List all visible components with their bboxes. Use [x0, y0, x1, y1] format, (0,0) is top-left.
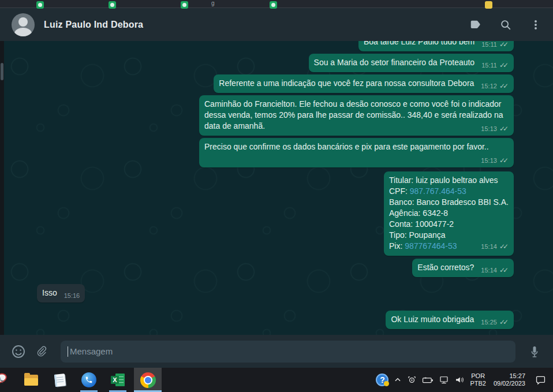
notepad-icon	[54, 374, 66, 387]
input-placeholder: Mensagem	[70, 346, 113, 356]
whatsapp-tab-favicon[interactable]	[109, 1, 116, 9]
read-receipt-icon: ✓✓	[499, 266, 509, 274]
message-bubble[interactable]: Ok Luiz muito obrigada15:25✓✓	[386, 311, 514, 329]
system-tray: ?	[376, 368, 553, 392]
taskbar-notepad[interactable]	[47, 368, 73, 392]
message-bubble[interactable]: Isso15:16	[37, 284, 85, 303]
tray-chevron-up-icon[interactable]	[394, 376, 402, 384]
read-receipt-icon: ✓✓	[499, 318, 509, 326]
read-receipt-icon: ✓✓	[499, 82, 509, 90]
favicon-dot	[271, 3, 275, 7]
taskbar-phone-app[interactable]	[76, 368, 102, 392]
tray-volume-icon[interactable]	[454, 375, 465, 384]
read-receipt-icon: ✓✓	[499, 242, 509, 251]
taskbar-file-explorer[interactable]	[18, 368, 44, 392]
message-input[interactable]: Mensagem	[61, 341, 515, 363]
search-icon[interactable]	[499, 18, 513, 32]
inline-link[interactable]: 987767464-53	[405, 241, 457, 251]
phone-app-icon	[81, 372, 96, 387]
read-receipt-icon: ✓✓	[499, 156, 509, 165]
avatar-person-icon	[18, 17, 28, 27]
browser-tab-strip: g	[0, 0, 553, 8]
message-meta: 15:25✓✓	[481, 319, 509, 326]
message-meta: 15:13✓✓	[481, 157, 509, 165]
read-receipt-icon: ✓✓	[499, 61, 509, 69]
attach-paperclip-icon[interactable]	[33, 343, 50, 360]
mic-icon[interactable]	[526, 343, 543, 360]
message-text: Estão corretos?	[417, 263, 474, 272]
tray-battery-icon[interactable]	[422, 376, 434, 384]
taskbar-excel[interactable]: X	[105, 368, 130, 392]
message-meta: 15:16	[64, 292, 80, 300]
message-bubble[interactable]: Preciso que confirme os dados bancários …	[199, 138, 514, 167]
message-text: Preciso que confirme os dados bancários …	[204, 142, 489, 151]
inline-link[interactable]: 987.767.464-53	[410, 186, 466, 196]
avatar-person-icon	[14, 28, 32, 36]
chat-area: Boa tarde Luiz Paulo tudo bem15:11✓✓Sou …	[0, 41, 553, 335]
message-meta: 15:12✓✓	[481, 83, 509, 90]
tray-network-icon[interactable]	[439, 375, 449, 384]
message-list: Boa tarde Luiz Paulo tudo bem15:11✓✓Sou …	[0, 41, 553, 335]
message-bubble[interactable]: Sou a Maria do setor financeiro da Prote…	[309, 54, 514, 72]
partial-tab-title: g	[211, 0, 215, 6]
whatsapp-tab-favicon[interactable]	[181, 1, 188, 9]
taskbar-snipping-tool[interactable]: ✂	[0, 368, 12, 392]
favicon-dot	[110, 3, 114, 7]
message-text: Referente a uma indicação que você fez p…	[219, 79, 474, 88]
message-text: Isso	[42, 288, 57, 297]
tray-help-icon[interactable]: ?	[376, 374, 388, 386]
contact-name[interactable]: Luiz Paulo Ind Debora	[44, 20, 469, 30]
message-text: Ok Luiz muito obrigada	[391, 315, 474, 324]
message-bubble[interactable]: Referente a uma indicação que você fez p…	[214, 74, 514, 93]
whatsapp-tab-favicon[interactable]	[36, 1, 44, 9]
message-composer: Mensagem	[0, 335, 553, 368]
message-bubble[interactable]: Boa tarde Luiz Paulo tudo bem15:11✓✓	[358, 41, 514, 51]
text-cursor	[68, 346, 68, 357]
chat-header: Luiz Paulo Ind Debora	[0, 8, 553, 41]
file-explorer-icon	[24, 375, 38, 386]
read-receipt-icon: ✓✓	[499, 41, 509, 48]
whatsapp-tab-favicon[interactable]	[270, 1, 277, 9]
windows-taskbar: ✂ X	[0, 368, 553, 392]
emoji-icon[interactable]	[10, 343, 27, 360]
menu-kebab-icon[interactable]	[529, 18, 543, 32]
favicon-dot	[182, 3, 186, 7]
message-text: Sou a Maria do setor financeiro da Prote…	[314, 58, 475, 67]
yellow-tab-favicon[interactable]	[485, 1, 492, 9]
contact-avatar[interactable]	[12, 13, 35, 36]
left-scrollbar-track[interactable]	[0, 41, 4, 335]
chrome-icon	[140, 372, 156, 388]
message-bubble[interactable]: Estão corretos?15:14✓✓	[412, 259, 514, 277]
message-meta: 15:14✓✓	[481, 243, 509, 251]
message-text: Boa tarde Luiz Paulo tudo bem	[364, 41, 474, 46]
message-bubble[interactable]: Titular: luiz paulo beltrao alvesCPF: 98…	[384, 171, 514, 256]
message-meta: 15:13✓✓	[481, 125, 509, 133]
taskbar-chrome[interactable]	[134, 368, 162, 392]
message-meta: 15:11✓✓	[481, 41, 509, 48]
notification-dot	[384, 381, 389, 386]
message-bubble[interactable]: Caminhão do Francielton. Ele fechou a de…	[199, 95, 514, 136]
message-meta: 15:14✓✓	[481, 267, 509, 274]
message-text: Caminhão do Francielton. Ele fechou a de…	[204, 99, 503, 130]
tray-camera-icon[interactable]	[407, 375, 417, 385]
message-meta: 15:11✓✓	[481, 62, 509, 69]
action-center-icon[interactable]	[535, 375, 546, 385]
scrollbar-thumb[interactable]	[1, 63, 3, 80]
excel-icon: X	[111, 374, 125, 386]
read-receipt-icon: ✓✓	[499, 125, 509, 133]
label-icon[interactable]	[469, 18, 483, 32]
whatsapp-web-window: g Luiz Paulo Ind Debora Boa tarde Luiz P…	[0, 0, 553, 392]
favicon-dot	[38, 3, 42, 7]
language-indicator[interactable]: POR PTB2	[470, 372, 486, 387]
taskbar-clock[interactable]: 15:27 09/02/2023	[494, 372, 525, 387]
